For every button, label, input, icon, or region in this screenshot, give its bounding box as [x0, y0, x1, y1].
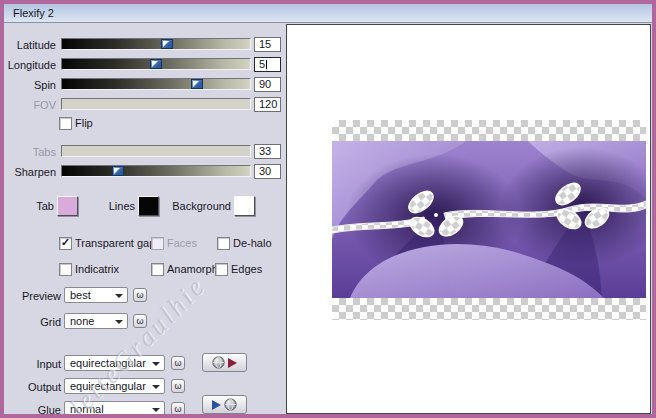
background-color-swatch[interactable] — [234, 196, 255, 216]
tabs-slider — [61, 145, 251, 157]
flexify-preview-artwork — [332, 141, 646, 298]
anamorph-label: Anamorph — [167, 263, 218, 275]
fov-value: 120 — [259, 98, 277, 110]
longitude-value: 5 — [259, 58, 265, 70]
indicatrix-checkbox-box[interactable] — [59, 263, 72, 276]
sharpen-value: 30 — [259, 165, 271, 177]
apply-button[interactable] — [202, 395, 247, 414]
latitude-value: 15 — [259, 38, 271, 50]
random-icon: ω — [174, 358, 181, 368]
latitude-value-input[interactable]: 15 — [254, 37, 281, 52]
titlebar[interactable]: Flexify 2 — [4, 4, 652, 23]
indicatrix-label: Indicatrix — [75, 263, 119, 275]
longitude-label: Longitude — [4, 59, 56, 71]
preview-random-button[interactable]: ω — [133, 288, 147, 302]
fov-slider-row: FOV 120 — [4, 98, 286, 112]
globe-icon — [224, 398, 237, 411]
preview-select-value: best — [70, 289, 91, 301]
spin-value: 90 — [259, 78, 271, 90]
longitude-slider[interactable] — [61, 58, 251, 70]
transparency-checkerboard-top — [332, 120, 646, 141]
lines-color-swatch[interactable] — [138, 196, 159, 216]
sharpen-value-input[interactable]: 30 — [254, 164, 281, 179]
spin-slider-thumb[interactable] — [191, 79, 203, 89]
random-icon: ω — [174, 381, 181, 391]
grid-random-button[interactable]: ω — [133, 314, 147, 328]
output-select-label: Output — [4, 381, 61, 393]
edges-checkbox-box[interactable] — [215, 263, 228, 276]
latitude-label: Latitude — [4, 39, 56, 51]
input-random-button[interactable]: ω — [171, 356, 185, 370]
fov-value-input[interactable]: 120 — [254, 97, 281, 112]
longitude-slider-row: Longitude 5 — [4, 58, 286, 72]
random-icon: ω — [174, 404, 181, 414]
output-select[interactable]: equirectangular — [64, 378, 165, 394]
input-select[interactable]: equirectangular — [64, 355, 165, 371]
longitude-slider-thumb[interactable] — [150, 59, 162, 69]
play-icon — [228, 358, 237, 368]
sharpen-label: Sharpen — [4, 166, 56, 178]
fov-label: FOV — [4, 99, 56, 111]
input-select-value: equirectangular — [70, 357, 146, 369]
glue-select-value: normal — [70, 403, 104, 415]
preview-image[interactable] — [332, 120, 646, 320]
flip-checkbox-box[interactable] — [59, 117, 72, 130]
output-random-button[interactable]: ω — [171, 379, 185, 393]
controls-panel: Latitude 15 Longitude 5 Spin 90 FOV 120 — [4, 24, 286, 414]
faces-label: Faces — [167, 237, 197, 249]
tabs-label: Tabs — [4, 146, 56, 158]
random-icon: ω — [136, 316, 143, 326]
preview-panel[interactable] — [286, 24, 651, 414]
random-icon: ω — [136, 290, 143, 300]
glue-random-button[interactable]: ω — [171, 402, 185, 416]
sharpen-slider-row: Sharpen 30 — [4, 165, 286, 179]
spin-slider-row: Spin 90 — [4, 78, 286, 92]
latitude-slider-thumb[interactable] — [161, 39, 173, 49]
input-select-label: Input — [4, 358, 61, 370]
grid-select-value: none — [70, 315, 94, 327]
preview-select-label: Preview — [4, 290, 61, 302]
play-icon — [212, 400, 221, 410]
flip-checkbox-label: Flip — [75, 117, 93, 129]
transparent-gaps-checkbox-box[interactable] — [59, 237, 72, 250]
faces-checkbox-box — [151, 237, 164, 250]
grid-select[interactable]: none — [64, 313, 128, 329]
lines-color-label: Lines — [95, 200, 135, 212]
render-button[interactable] — [202, 353, 247, 372]
fov-slider — [61, 98, 251, 110]
de-halo-checkbox-box[interactable] — [217, 237, 230, 250]
tabs-value-input[interactable]: 33 — [254, 144, 281, 159]
edges-label: Edges — [231, 263, 262, 275]
tabs-value: 33 — [259, 145, 271, 157]
tabs-slider-row: Tabs 33 — [4, 145, 286, 159]
de-halo-label: De-halo — [233, 237, 272, 249]
transparent-gaps-label: Transparent gaps — [75, 237, 161, 249]
flexify-window: Flexify 2 Latitude 15 Longitude 5 Spin 9… — [0, 0, 656, 418]
globe-icon — [212, 356, 225, 369]
grid-select-label: Grid — [4, 316, 61, 328]
longitude-value-input[interactable]: 5 — [254, 57, 281, 72]
anamorph-checkbox-box[interactable] — [151, 263, 164, 276]
latitude-slider[interactable] — [61, 38, 251, 50]
window-title: Flexify 2 — [13, 7, 54, 19]
sharpen-slider-thumb[interactable] — [112, 166, 124, 176]
glue-select[interactable]: normal — [64, 401, 165, 417]
output-select-value: equirectangular — [70, 380, 146, 392]
tab-color-label: Tab — [14, 200, 54, 212]
glue-select-label: Glue — [4, 404, 61, 416]
preview-select[interactable]: best — [64, 287, 128, 303]
sharpen-slider[interactable] — [61, 165, 251, 177]
latitude-slider-row: Latitude 15 — [4, 38, 286, 52]
spin-label: Spin — [4, 79, 56, 91]
background-color-label: Background — [164, 200, 231, 212]
spin-slider[interactable] — [61, 78, 251, 90]
tab-color-swatch[interactable] — [57, 196, 78, 216]
transparency-checkerboard-bottom — [332, 298, 646, 320]
spin-value-input[interactable]: 90 — [254, 77, 281, 92]
